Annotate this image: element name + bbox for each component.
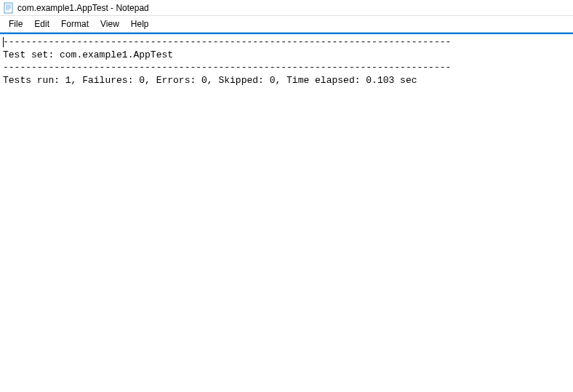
menu-format[interactable]: Format: [55, 17, 95, 31]
editor-line-4: Tests run: 1, Failures: 0, Errors: 0, Sk…: [3, 75, 417, 86]
menu-edit[interactable]: Edit: [28, 17, 55, 31]
menu-file[interactable]: File: [3, 17, 28, 31]
menubar: File Edit Format View Help: [0, 16, 573, 33]
titlebar: com.example1.AppTest - Notepad: [0, 0, 573, 16]
editor-line-3: ----------------------------------------…: [3, 62, 451, 73]
editor-line-2: Test set: com.example1.AppTest: [3, 49, 173, 60]
text-editor[interactable]: ----------------------------------------…: [0, 34, 573, 392]
window-title: com.example1.AppTest - Notepad: [17, 3, 149, 13]
notepad-icon: [3, 2, 15, 14]
menu-view[interactable]: View: [95, 17, 125, 31]
menu-help[interactable]: Help: [125, 17, 155, 31]
editor-line-1: ----------------------------------------…: [3, 36, 451, 47]
